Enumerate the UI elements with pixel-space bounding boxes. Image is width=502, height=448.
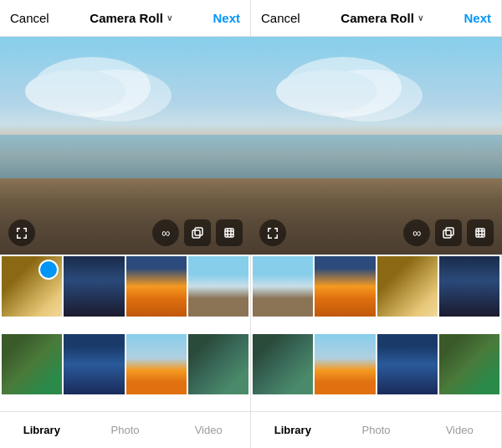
bottom-tabs-1: Library Photo Video [0, 411, 250, 448]
ctrl-group-1: ∞ [152, 219, 243, 246]
ctrl-group-2: ∞ [403, 219, 494, 246]
cancel-button-2[interactable]: Cancel [261, 11, 300, 25]
bottom-tabs-2: Library Photo Video [251, 411, 501, 448]
svg-rect-9 [476, 229, 484, 237]
thumbnail-10[interactable] [315, 256, 375, 317]
loop-symbol-1: ∞ [161, 226, 170, 239]
svg-rect-0 [192, 230, 200, 238]
multiple-icon-1[interactable] [184, 219, 211, 246]
tab-library-2[interactable]: Library [251, 412, 335, 448]
header-2: Cancel Camera Roll ∨ Next [251, 0, 501, 37]
next-button-1[interactable]: Next [213, 11, 240, 25]
thumbnail-15[interactable] [377, 334, 438, 394]
thumbnail-grid-1 [0, 255, 250, 411]
panel-1: Cancel Camera Roll ∨ Next ∞ [0, 0, 251, 448]
tab-photo-1[interactable]: Photo [84, 412, 167, 448]
chevron-down-icon-2: ∨ [417, 13, 423, 23]
preview-area-1: ∞ [0, 37, 251, 255]
chevron-down-icon-1: ∨ [166, 13, 172, 23]
thumbnail-8[interactable] [188, 334, 248, 394]
tab-video-2[interactable]: Video [417, 412, 501, 448]
thumbnail-16[interactable] [439, 334, 499, 394]
cancel-button-1[interactable]: Cancel [10, 11, 49, 25]
expand-icon-1[interactable] [8, 219, 35, 246]
title-text-2: Camera Roll [341, 11, 414, 25]
tab-video-1[interactable]: Video [166, 412, 250, 448]
thumbnail-5[interactable] [2, 334, 62, 394]
thumbnail-13[interactable] [253, 334, 313, 394]
thumbnail-7[interactable] [126, 334, 187, 394]
loop-icon-2[interactable]: ∞ [403, 219, 430, 246]
title-text-1: Camera Roll [90, 11, 163, 25]
thumbnail-6[interactable] [64, 334, 124, 394]
preview-controls-1: ∞ [0, 219, 251, 246]
expand-icon-2[interactable] [259, 219, 286, 246]
tab-library-1[interactable]: Library [0, 412, 84, 448]
thumbnail-4[interactable] [188, 256, 248, 317]
camera-roll-title-2[interactable]: Camera Roll ∨ [341, 11, 423, 25]
thumbnail-11[interactable] [377, 256, 438, 317]
svg-rect-2 [225, 229, 233, 237]
svg-rect-1 [195, 228, 202, 235]
preview-controls-2: ∞ [251, 219, 502, 246]
thumbnail-1[interactable] [2, 256, 62, 317]
thumbnail-14[interactable] [315, 334, 375, 394]
next-button-2[interactable]: Next [464, 11, 491, 25]
thumbnail-2[interactable] [64, 256, 124, 317]
panel-2: Cancel Camera Roll ∨ Next ∞ [251, 0, 502, 448]
svg-rect-7 [443, 230, 451, 238]
header-1: Cancel Camera Roll ∨ Next [0, 0, 250, 37]
thumbnail-3[interactable] [126, 256, 187, 317]
camera-roll-title-1[interactable]: Camera Roll ∨ [90, 11, 172, 25]
crop-icon-1[interactable] [216, 219, 243, 246]
loop-symbol-2: ∞ [412, 226, 421, 239]
thumbnail-12[interactable] [439, 256, 499, 317]
loop-icon-1[interactable]: ∞ [152, 219, 179, 246]
preview-area-2: ∞ [251, 37, 502, 255]
crop-icon-2[interactable] [467, 219, 494, 246]
thumbnail-grid-2 [251, 255, 501, 411]
multiple-icon-2[interactable] [435, 219, 462, 246]
svg-rect-8 [446, 228, 453, 235]
tab-photo-2[interactable]: Photo [335, 412, 418, 448]
thumbnail-9[interactable] [253, 256, 313, 317]
